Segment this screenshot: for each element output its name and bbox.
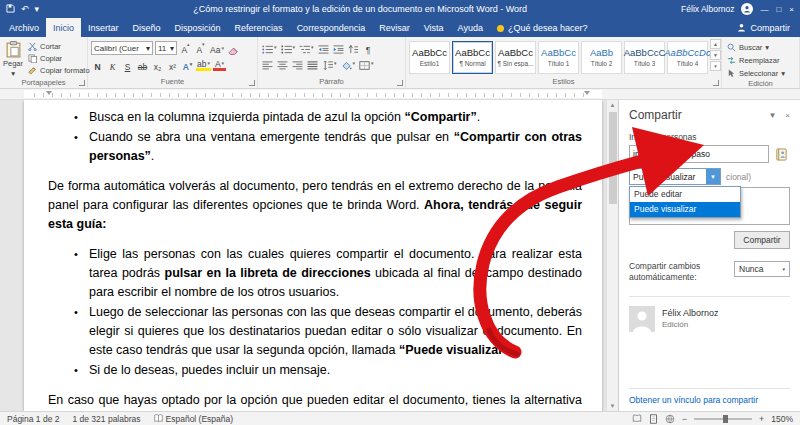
scrollbar-thumb[interactable] xyxy=(609,112,617,204)
dialog-launcher-icon[interactable] xyxy=(713,80,719,86)
read-mode-icon[interactable] xyxy=(632,414,642,423)
underline-button[interactable]: S xyxy=(121,58,134,71)
zoom-slider[interactable] xyxy=(694,418,752,420)
indent-marker-icon[interactable] xyxy=(46,91,52,95)
tab-revisar[interactable]: Revisar xyxy=(372,18,417,37)
zoom-level[interactable]: 150% xyxy=(771,414,793,424)
qat-caret-icon[interactable]: ▾ xyxy=(35,5,40,14)
decrease-indent-button[interactable] xyxy=(317,41,330,54)
close-icon[interactable]: × xyxy=(789,5,794,14)
tab-archivo[interactable]: Archivo xyxy=(2,18,46,37)
multilevel-list-button[interactable]: ▾ xyxy=(298,41,315,54)
word-count[interactable]: 1 de 321 palabras xyxy=(72,414,140,424)
font-color-button[interactable]: A▾ xyxy=(213,58,226,71)
increase-indent-button[interactable] xyxy=(332,41,345,54)
web-layout-icon[interactable] xyxy=(665,414,675,424)
select-button[interactable]: Seleccionar ▾ xyxy=(725,68,787,79)
address-book-icon[interactable] xyxy=(773,146,790,163)
style-titulo-1[interactable]: AaBbCcTítulo 1 xyxy=(538,41,579,74)
permission-option[interactable]: Puede visualizar xyxy=(630,202,740,217)
page-indicator[interactable]: Página 1 de 2 xyxy=(7,414,59,424)
italic-button[interactable]: K xyxy=(106,58,119,71)
replace-button[interactable]: Reemplazar xyxy=(725,55,787,66)
show-marks-button[interactable]: ¶ xyxy=(362,41,375,54)
tab-correspondencia[interactable]: Correspondencia xyxy=(290,18,373,37)
copy-button[interactable]: Copiar xyxy=(26,53,92,64)
style-sin-espaciado[interactable]: AaBbCc¶ Sin espa... xyxy=(495,41,536,74)
font-size-select[interactable]: 11 ▾ xyxy=(155,41,177,55)
numbered-list-button[interactable]: ▾ xyxy=(280,41,297,54)
permission-dropdown[interactable]: Puede visualizar ▼ xyxy=(629,168,721,185)
ruler[interactable] xyxy=(0,89,800,100)
ribbon-share-button[interactable]: Compartir xyxy=(729,18,798,37)
superscript-button[interactable]: x² xyxy=(166,58,179,71)
tab-vista[interactable]: Vista xyxy=(417,18,451,37)
highlight-color-button[interactable]: ab▾ xyxy=(196,58,211,71)
grow-font-button[interactable]: A▴ xyxy=(179,42,192,55)
maximize-icon[interactable]: □ xyxy=(776,5,781,14)
tab-diseno[interactable]: Diseño xyxy=(126,18,168,37)
styles-more-icon[interactable]: ▾ xyxy=(710,61,721,71)
styles-scroll-down-icon[interactable]: ▼ xyxy=(710,50,721,60)
undo-icon[interactable]: ↶ xyxy=(21,5,29,14)
format-painter-button[interactable]: Copiar formato xyxy=(26,65,92,76)
account-name[interactable]: Félix Albornoz xyxy=(681,4,734,14)
subscript-button[interactable]: x₂ xyxy=(151,58,164,71)
cut-button[interactable]: Cortar xyxy=(26,41,92,52)
style-titulo-4[interactable]: AaBbCcDcTítulo 4 xyxy=(667,41,708,74)
zoom-in-icon[interactable]: + xyxy=(759,414,764,424)
permission-option[interactable]: Puede editar xyxy=(630,187,740,202)
document-page[interactable]: •Busca en la columna izquierda pintada d… xyxy=(24,100,602,411)
styles-scroll-up-icon[interactable]: ▲ xyxy=(710,39,721,49)
zoom-slider-thumb[interactable] xyxy=(723,415,728,423)
account-avatar[interactable] xyxy=(741,3,753,15)
share-submit-button[interactable]: Compartir xyxy=(734,231,790,249)
shading-button[interactable]: ▾ xyxy=(340,57,357,70)
shared-user-row[interactable]: Félix Albornoz Edición xyxy=(629,296,790,341)
panel-menu-icon[interactable]: ▼ xyxy=(768,111,776,120)
zoom-out-icon[interactable]: − xyxy=(682,414,687,424)
invite-input[interactable] xyxy=(629,145,769,163)
align-center-button[interactable] xyxy=(276,57,289,70)
print-layout-icon[interactable] xyxy=(649,414,658,424)
dialog-launcher-icon[interactable] xyxy=(79,80,85,86)
change-case-button[interactable]: Aa▾ xyxy=(209,42,225,55)
minimize-icon[interactable]: — xyxy=(760,5,768,14)
bold-button[interactable]: N xyxy=(91,58,104,71)
scroll-up-icon[interactable]: ▲ xyxy=(610,100,616,110)
find-button[interactable]: Buscar ▾ xyxy=(725,42,787,53)
dialog-launcher-icon[interactable] xyxy=(397,80,403,86)
tab-ayuda[interactable]: Ayuda xyxy=(451,18,490,37)
borders-button[interactable]: ▾ xyxy=(358,57,375,70)
sort-button[interactable] xyxy=(347,41,360,54)
style-normal[interactable]: AaBbCc¶ Normal xyxy=(452,41,493,74)
text-effects-button[interactable]: A▾ xyxy=(181,58,194,71)
panel-close-icon[interactable]: × xyxy=(785,111,790,120)
align-left-button[interactable] xyxy=(261,57,274,70)
save-icon[interactable] xyxy=(6,4,15,15)
style-titulo-2[interactable]: AaBbTítulo 2 xyxy=(581,41,622,74)
tab-inicio[interactable]: Inicio xyxy=(46,18,81,37)
tab-tellme[interactable]: ¿Qué desea hacer? xyxy=(490,18,595,37)
paste-button[interactable]: Pegar ▾ xyxy=(3,39,23,78)
tab-referencias[interactable]: Referencias xyxy=(228,18,290,37)
dialog-launcher-icon[interactable] xyxy=(249,80,255,86)
justify-button[interactable] xyxy=(306,57,319,70)
strikethrough-button[interactable]: ab xyxy=(136,58,149,71)
auto-share-dropdown[interactable]: Nunca ▾ xyxy=(734,261,790,277)
clear-formatting-button[interactable] xyxy=(227,42,240,55)
align-right-button[interactable] xyxy=(291,57,304,70)
right-indent-marker-icon[interactable] xyxy=(584,91,590,95)
language-indicator[interactable]: Español (España) xyxy=(154,414,234,424)
line-spacing-button[interactable]: ▾ xyxy=(321,57,338,70)
tab-insertar[interactable]: Insertar xyxy=(81,18,126,37)
tab-disposicion[interactable]: Disposición xyxy=(168,18,228,37)
style-titulo-3[interactable]: AaBbCcCTítulo 3 xyxy=(624,41,665,74)
style-estilo1[interactable]: AaBbCcEstilo1 xyxy=(409,41,450,74)
font-name-select[interactable]: Calibri (Cuer ▾ xyxy=(91,41,153,55)
bullet-list-button[interactable]: ▾ xyxy=(261,41,278,54)
scroll-down-icon[interactable]: ▼ xyxy=(610,401,616,411)
shrink-font-button[interactable]: A▾ xyxy=(194,42,207,55)
vertical-scrollbar[interactable]: ▲ ▼ xyxy=(606,100,618,411)
get-sharing-link[interactable]: Obtener un vínculo para compartir xyxy=(629,388,790,405)
